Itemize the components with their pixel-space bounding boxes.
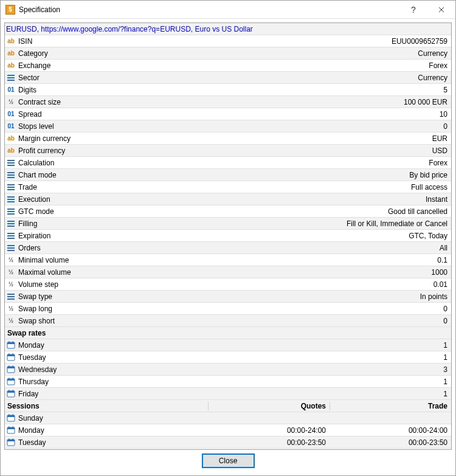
property-row: abMargin currencyEUR (5, 133, 451, 145)
svg-rect-22 (9, 415, 10, 416)
property-label: Swap long (18, 305, 52, 313)
close-window-button[interactable] (427, 1, 455, 19)
property-label: Filling (18, 219, 37, 228)
property-row: 01Stops level0 (5, 120, 451, 133)
list-icon (6, 73, 16, 83)
sessions-header: SessionsQuotesTrade (5, 400, 451, 412)
svg-rect-1 (7, 342, 15, 344)
list-icon (6, 170, 16, 180)
property-label: Orders (18, 244, 41, 252)
property-row: ½Minimal volume0.1 (5, 254, 451, 266)
fraction-icon: ½ (6, 304, 16, 314)
svg-rect-18 (9, 390, 10, 392)
property-value: Good till cancelled (54, 207, 451, 216)
instrument-row[interactable]: EURUSD, https://www.google.com/?finance?… (5, 23, 451, 35)
property-label: Expiration (18, 232, 50, 240)
svg-rect-5 (7, 354, 15, 356)
session-day-label: Tuesday (18, 438, 46, 447)
session-row: Tuesday00:00-23:5000:00-23:50 (5, 436, 451, 449)
list-icon (6, 243, 16, 253)
property-value: Full access (37, 183, 451, 191)
fraction-icon: ½ (6, 267, 16, 277)
property-row: abCategoryCurrency (5, 47, 451, 60)
sessions-label: Sessions (5, 402, 208, 410)
svg-rect-3 (13, 342, 14, 343)
svg-rect-10 (9, 366, 10, 368)
fraction-icon: ½ (6, 97, 16, 107)
calendar-icon (6, 413, 16, 423)
property-value: 0.01 (58, 280, 451, 289)
svg-rect-25 (7, 427, 15, 429)
svg-rect-21 (7, 415, 15, 417)
property-value: 10 (42, 110, 451, 119)
calendar-icon (6, 438, 16, 447)
property-label: GTC mode (18, 207, 54, 216)
property-label: Margin currency (18, 134, 71, 143)
integer-icon: 01 (6, 85, 16, 95)
property-value: Forex (50, 61, 451, 70)
property-label: Minimal volume (18, 256, 69, 264)
property-row: ½Volume step0.01 (5, 278, 451, 291)
session-trade: 00:00-24:00 (330, 426, 451, 435)
property-row: abExchangeForex (5, 60, 451, 72)
property-label: Trade (18, 183, 37, 191)
property-value: 0 (54, 122, 451, 131)
list-icon (6, 219, 16, 229)
list-icon (6, 195, 16, 204)
property-value: Instant (50, 195, 451, 204)
property-label: Sector (18, 74, 40, 82)
fraction-icon: ½ (6, 280, 16, 289)
property-label: Contract size (18, 98, 61, 106)
svg-rect-29 (7, 440, 15, 441)
session-day-cell: Tuesday (5, 438, 208, 447)
property-value: Forex (54, 159, 451, 167)
app-icon: $ (5, 5, 15, 15)
property-value: 1000 (71, 268, 451, 277)
list-icon (6, 207, 16, 216)
property-label: Profit currency (18, 147, 65, 155)
property-label: ISIN (18, 37, 32, 46)
property-row: ½Swap long0 (5, 303, 451, 315)
property-value: By bid price (57, 171, 451, 179)
property-value: EUR (71, 134, 451, 143)
window-title: Specification (19, 5, 399, 14)
fraction-icon: ½ (6, 316, 16, 326)
button-bar: Close (4, 450, 452, 472)
session-trade: 00:00-23:50 (330, 438, 451, 447)
calendar-icon (6, 389, 16, 399)
property-row: 01Spread10 (5, 108, 451, 120)
swap-day-row: Wednesday3 (5, 364, 451, 376)
svg-rect-31 (13, 439, 14, 441)
trade-column-header: Trade (330, 402, 451, 410)
property-row: SectorCurrency (5, 72, 451, 84)
property-label: Category (18, 49, 48, 58)
session-day-cell: Sunday (5, 413, 208, 423)
swap-rates-header: Swap rates (5, 327, 451, 339)
calendar-icon (6, 365, 16, 374)
close-button[interactable]: Close (202, 454, 254, 467)
session-row: Monday00:00-24:0000:00-24:00 (5, 424, 451, 436)
swap-day-row: Monday1 (5, 339, 451, 351)
content-area: EURUSD, https://www.google.com/?finance?… (1, 19, 455, 475)
svg-rect-13 (7, 379, 15, 381)
property-label: Stops level (18, 122, 54, 131)
session-day-label: Monday (18, 426, 44, 435)
swap-day-value: 1 (44, 341, 451, 350)
property-value: 0 (52, 305, 451, 313)
property-row: Swap typeIn points (5, 291, 451, 303)
svg-rect-9 (7, 367, 15, 368)
help-button[interactable]: ? (399, 1, 427, 19)
svg-rect-19 (13, 390, 14, 392)
swap-day-label: Tuesday (18, 353, 46, 362)
svg-rect-26 (9, 427, 10, 429)
svg-rect-14 (9, 378, 10, 380)
properties-list[interactable]: EURUSD, https://www.google.com/?finance?… (4, 22, 452, 450)
calendar-icon (6, 340, 16, 350)
property-row: abISINEUU0009652759 (5, 35, 451, 47)
property-row: abProfit currencyUSD (5, 145, 451, 157)
property-value: In points (52, 292, 451, 301)
titlebar: $ Specification ? (1, 1, 455, 19)
fraction-icon: ½ (6, 255, 16, 265)
property-label: Exchange (18, 61, 50, 70)
property-value: EUU0009652759 (32, 37, 451, 46)
